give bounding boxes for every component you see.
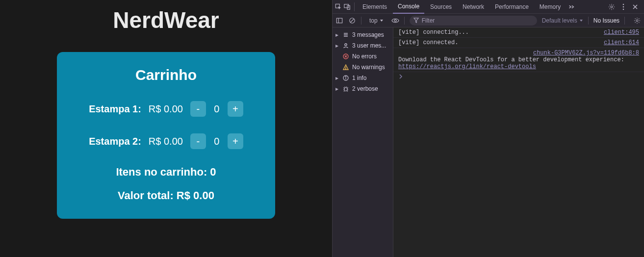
issues-button[interactable]: No Issues [593, 17, 619, 24]
cart-heading: Carrinho [68, 67, 264, 83]
context-selector[interactable]: top [366, 16, 386, 25]
sidebar-item-errors[interactable]: No errors [333, 51, 393, 62]
sidebar-item-user-messages[interactable]: ▸ 3 user mes... [333, 40, 393, 51]
plus-icon: + [232, 103, 238, 115]
app-pane: NerdWear Carrinho Estampa 1: R$ 0.00 - 0… [0, 0, 332, 257]
gear-icon[interactable] [608, 3, 616, 11]
levels-label: Default levels [542, 17, 577, 24]
log-message: [vite] connecting... [398, 29, 599, 36]
sidebar-item-verbose[interactable]: ▸ 2 verbose [333, 83, 393, 94]
log-message: Download the React DevTools for a better… [398, 56, 639, 70]
sidebar-item-info[interactable]: ▸ 1 info [333, 73, 393, 83]
console-output: [vite] connecting... client:495 [vite] c… [393, 27, 644, 257]
chevron-right-icon: ▸ [335, 42, 339, 49]
app-title: NerdWear [113, 7, 219, 33]
log-levels-selector[interactable]: Default levels [542, 17, 583, 24]
console-prompt[interactable] [393, 72, 644, 81]
log-source-link[interactable]: chunk-G3PMV62Z.js?v=119fd6b8:8 [533, 50, 639, 56]
increment-button[interactable]: + [228, 101, 243, 117]
cart-item-price: R$ 0.00 [148, 103, 183, 115]
svg-rect-7 [336, 18, 342, 23]
filter-input[interactable]: Filter [410, 16, 537, 26]
spacer [398, 50, 528, 56]
sidebar-label: No warnings [352, 64, 385, 71]
chevron-down-icon [380, 19, 384, 23]
devtools-panel: Elements Console Sources Network Perform… [332, 0, 644, 257]
chevron-right-icon [398, 74, 403, 79]
plus-icon: + [232, 136, 238, 147]
svg-point-22 [345, 77, 346, 77]
sidebar-label: 1 info [352, 75, 366, 81]
svg-point-12 [636, 20, 638, 22]
devtools-tabs: Elements Console Sources Network Perform… [333, 0, 644, 14]
svg-point-4 [623, 3, 624, 5]
cart-card: Carrinho Estampa 1: R$ 0.00 - 0 + Estamp… [57, 52, 275, 219]
chevron-right-icon: ▸ [335, 85, 339, 92]
kebab-icon[interactable] [619, 3, 627, 11]
svg-point-16 [345, 44, 347, 46]
log-link[interactable]: https://reactjs.org/link/react-devtools [398, 63, 536, 70]
console-sidebar: ▸ 3 messages ▸ 3 user mes... No errors [333, 27, 393, 257]
divider [624, 17, 625, 25]
tab-sources[interactable]: Sources [425, 0, 457, 14]
divider [404, 17, 405, 25]
decrement-button[interactable]: - [190, 101, 206, 117]
svg-line-10 [351, 19, 354, 22]
devtools-body: ▸ 3 messages ▸ 3 user mes... No errors [333, 27, 644, 257]
inspect-icon[interactable] [335, 3, 342, 11]
log-message: [vite] connected. [398, 39, 599, 46]
sidebar-item-warnings[interactable]: No warnings [333, 62, 393, 73]
divider [361, 17, 361, 25]
cart-value-total: Valor total: R$ 0.00 [68, 189, 264, 202]
tab-console[interactable]: Console [393, 0, 424, 14]
divider [588, 17, 589, 25]
device-toolbar-icon[interactable] [343, 3, 351, 11]
sidebar-item-messages[interactable]: ▸ 3 messages [333, 29, 393, 40]
close-icon[interactable] [631, 3, 639, 11]
minus-icon: - [197, 136, 200, 147]
divider [354, 2, 355, 11]
gear-icon[interactable] [633, 17, 641, 25]
svg-point-5 [623, 6, 624, 7]
tab-network[interactable]: Network [458, 0, 489, 14]
svg-point-3 [611, 6, 613, 8]
sidebar-label: No errors [352, 53, 377, 60]
warning-icon [342, 64, 349, 71]
error-icon [342, 53, 349, 60]
console-log-row: [vite] connected. client:614 [393, 38, 644, 48]
more-tabs-icon[interactable] [567, 3, 575, 11]
tab-performance[interactable]: Performance [490, 0, 534, 14]
chevron-right-icon: ▸ [335, 31, 339, 38]
decrement-button[interactable]: - [190, 133, 206, 149]
cart-item-qty: 0 [213, 103, 221, 115]
log-text: Download the React DevTools for a better… [398, 56, 628, 63]
cart-item-label: Estampa 2: [89, 136, 141, 147]
eye-icon[interactable] [391, 17, 399, 25]
cart-item-label: Estampa 1: [89, 103, 141, 115]
increment-button[interactable]: + [228, 133, 243, 149]
console-log-row: chunk-G3PMV62Z.js?v=119fd6b8:8 Download … [393, 48, 644, 72]
sidebar-toggle-icon[interactable] [335, 17, 343, 25]
sidebar-label: 3 messages [352, 31, 384, 38]
context-label: top [369, 17, 378, 24]
info-icon [342, 75, 349, 81]
svg-rect-1 [344, 4, 349, 7]
sidebar-label: 2 verbose [352, 85, 378, 92]
tab-memory[interactable]: Memory [535, 0, 566, 14]
svg-point-6 [623, 8, 624, 10]
filter-placeholder: Filter [422, 17, 435, 24]
cart-items-count: Itens no carrinho: 0 [68, 166, 264, 179]
console-log-row: [vite] connecting... client:495 [393, 27, 644, 38]
clear-console-icon[interactable] [348, 17, 356, 25]
cart-item-qty: 0 [213, 136, 221, 147]
cart-row: Estampa 2: R$ 0.00 - 0 + [68, 133, 264, 149]
list-icon [342, 31, 349, 38]
chevron-right-icon: ▸ [335, 75, 339, 81]
cart-item-price: R$ 0.00 [148, 136, 183, 147]
sidebar-label: 3 user mes... [352, 42, 386, 49]
log-source-link[interactable]: client:495 [604, 29, 639, 36]
cart-row: Estampa 1: R$ 0.00 - 0 + [68, 101, 264, 117]
svg-point-19 [345, 69, 346, 69]
log-source-link[interactable]: client:614 [604, 39, 639, 46]
tab-elements[interactable]: Elements [358, 0, 392, 14]
